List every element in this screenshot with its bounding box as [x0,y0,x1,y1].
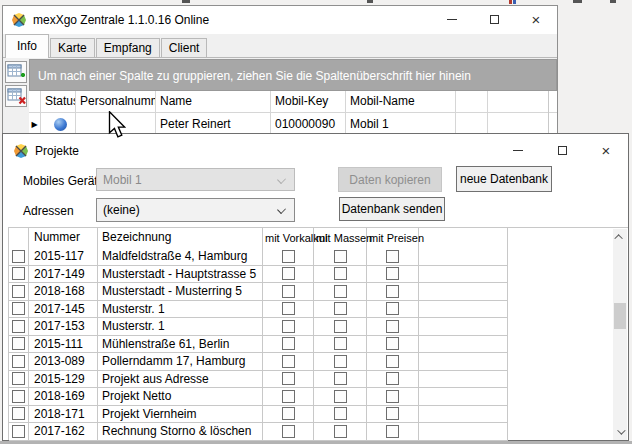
checkbox-massen[interactable] [334,390,347,403]
checkbox-vorkalkul[interactable] [282,302,295,315]
cell-filler [508,371,628,389]
table-row[interactable]: 2017-153Musterstr. 1 [9,318,628,336]
mobiles-geraet-select[interactable]: Mobil 1 [96,168,295,191]
header-mit-vorkalkul[interactable]: mit Vorkalkul [263,228,314,248]
table-row[interactable]: 2017-162Rechnung Storno & löschen [9,423,628,441]
table-row[interactable]: 2015-117Maldfeldstraße 4, Hamburg [9,248,628,266]
checkbox-vorkalkul-cell [263,406,314,424]
tab-empfang[interactable]: Empfang [96,38,160,57]
cell-empty [419,353,508,371]
dialog-maximize-button[interactable] [540,134,584,167]
table-row[interactable]: 2017-145Musterstr. 1 [9,301,628,319]
checkbox-vorkalkul[interactable] [282,390,295,403]
header-mit-preisen[interactable]: mit Preisen [367,228,419,248]
scroll-down-button[interactable] [613,424,627,440]
daten-kopieren-button[interactable]: Daten kopieren [338,167,442,192]
checkbox-massen[interactable] [334,355,347,368]
checkbox-massen-cell [314,423,367,441]
adressen-select[interactable]: (keine) [96,198,295,222]
row-select-checkbox[interactable] [12,302,25,315]
dialog-minimize-button[interactable] [496,134,540,167]
row-select-checkbox[interactable] [12,250,25,263]
dialog-close-button[interactable]: × [584,134,628,167]
checkbox-vorkalkul[interactable] [282,250,295,263]
checkbox-vorkalkul[interactable] [282,407,295,420]
main-titlebar: mexXgo Zentrale 1.1.0.16 Online × [3,6,557,34]
checkbox-vorkalkul[interactable] [282,267,295,280]
header-status[interactable]: Status [41,91,76,113]
scroll-up-button[interactable] [613,229,627,245]
checkbox-massen[interactable] [334,267,347,280]
row-select-checkbox[interactable] [12,390,25,403]
checkbox-preisen[interactable] [386,302,399,315]
checkbox-massen[interactable] [334,425,347,438]
checkbox-preisen[interactable] [386,425,399,438]
checkbox-vorkalkul[interactable] [282,337,295,350]
table-row[interactable]: 2017-149Musterstadt - Hauptstrasse 5 [9,266,628,284]
checkbox-preisen[interactable] [386,320,399,333]
table-row[interactable]: 2015-111Mühlenstraße 61, Berlin [9,336,628,354]
checkbox-massen[interactable] [334,250,347,263]
header-personalnummer[interactable]: Personalnummer [76,91,156,113]
main-close-button[interactable]: × [515,6,557,33]
table-row[interactable]: 2015-129Projekt aus Adresse [9,371,628,389]
checkbox-massen[interactable] [334,302,347,315]
header-bezeichnung[interactable]: Bezeichnung [98,228,263,248]
neue-datenbank-button[interactable]: neue Datenbank [456,166,552,192]
header-name[interactable]: Name [156,91,271,113]
header-mobil-key[interactable]: Mobil-Key [271,91,346,113]
checkbox-massen[interactable] [334,407,347,420]
checkbox-preisen[interactable] [386,390,399,403]
checkbox-preisen[interactable] [386,372,399,385]
row-select-checkbox[interactable] [12,320,25,333]
checkbox-preisen[interactable] [386,407,399,420]
header-mit-massen[interactable]: mit Massen [314,228,367,248]
checkbox-preisen[interactable] [386,337,399,350]
scrollbar-thumb[interactable] [614,303,626,329]
row-select-checkbox[interactable] [12,337,25,350]
main-maximize-button[interactable] [473,6,515,33]
checkbox-massen[interactable] [334,372,347,385]
table-row[interactable]: 2018-168Musterstadt - Musterring 5 [9,283,628,301]
row-select-checkbox[interactable] [12,267,25,280]
checkbox-preisen[interactable] [386,355,399,368]
row-select-checkbox[interactable] [12,407,25,420]
checkbox-preisen[interactable] [386,285,399,298]
minimize-icon [513,150,523,151]
table-row[interactable]: 2018-169Projekt Netto [9,388,628,406]
tab-karte[interactable]: Karte [50,38,95,57]
checkbox-vorkalkul[interactable] [282,285,295,298]
cell-nummer: 2015-129 [29,371,98,389]
row-select-checkbox[interactable] [12,425,25,438]
table-row[interactable]: 2018-171Projekt Viernheim [9,406,628,424]
checkbox-preisen[interactable] [386,267,399,280]
checkbox-massen[interactable] [334,320,347,333]
main-minimize-button[interactable] [431,6,473,33]
checkbox-massen[interactable] [334,337,347,350]
checkbox-vorkalkul-cell [263,371,314,389]
header-mobil-name[interactable]: Mobil-Name [346,91,456,113]
cell-filler [508,388,628,406]
tab-info[interactable]: Info [5,34,49,58]
maximize-icon [490,15,499,24]
checkbox-preisen[interactable] [386,250,399,263]
row-select-checkbox[interactable] [12,355,25,368]
checkbox-vorkalkul[interactable] [282,372,295,385]
checkbox-vorkalkul[interactable] [282,320,295,333]
vertical-scrollbar[interactable] [613,229,627,440]
add-record-button[interactable] [5,61,27,83]
table-row[interactable]: 2013-089Pollerndamm 17, Hamburg [9,353,628,371]
tab-client[interactable]: Client [161,38,208,57]
cell-empty [419,388,508,406]
cell-nummer: 2018-168 [29,283,98,301]
delete-record-button[interactable] [5,85,27,107]
group-by-bar[interactable]: Um nach einer Spalte zu gruppieren, zieh… [29,59,557,91]
cell-filler [508,266,628,284]
datenbank-senden-button[interactable]: Datenbank senden [339,197,445,221]
checkbox-massen[interactable] [334,285,347,298]
checkbox-vorkalkul[interactable] [282,425,295,438]
row-select-checkbox[interactable] [12,372,25,385]
checkbox-vorkalkul[interactable] [282,355,295,368]
row-select-checkbox[interactable] [12,285,25,298]
header-nummer[interactable]: Nummer [29,228,98,248]
